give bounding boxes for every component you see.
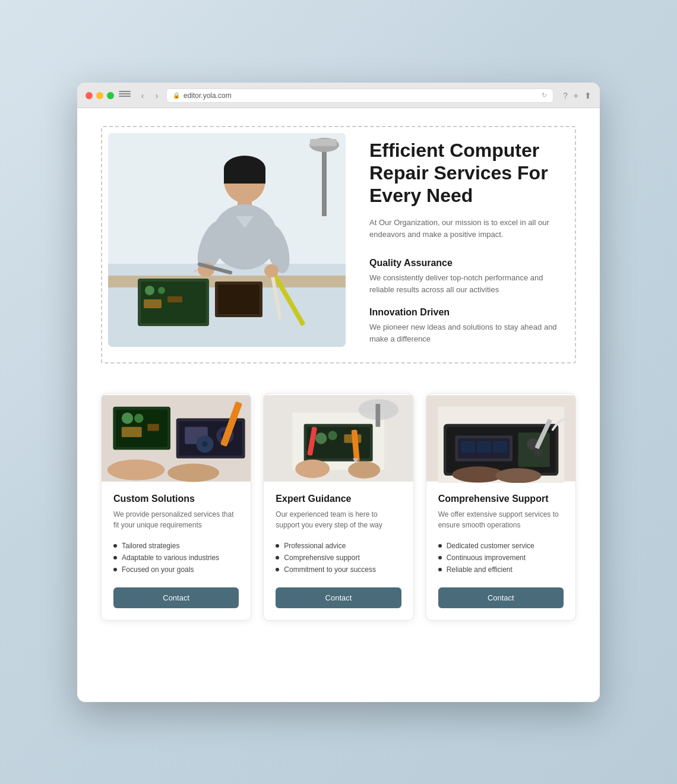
- list-item: Dedicated customer service: [438, 540, 564, 552]
- close-button[interactable]: [86, 92, 93, 99]
- card-comprehensive-support: Comprehensive Support We offer extensive…: [426, 393, 576, 621]
- card-3-image: [426, 394, 575, 483]
- svg-rect-69: [477, 441, 491, 453]
- card-2-body: Expert Guidance Our experienced team is …: [264, 483, 413, 620]
- info-icon[interactable]: ?: [563, 91, 568, 100]
- browser-actions: ? + ⬆: [563, 91, 591, 100]
- list-item: Tailored strategies: [113, 540, 239, 552]
- hero-title: Efficient Computer Repair Services For E…: [369, 139, 569, 207]
- svg-point-7: [158, 287, 165, 294]
- bullet-icon: [438, 556, 442, 559]
- bullet-icon: [113, 544, 117, 548]
- svg-rect-8: [144, 299, 162, 308]
- minimize-button[interactable]: [96, 92, 103, 99]
- feature-quality: Quality Assurance We consistently delive…: [369, 258, 569, 295]
- card-1-contact-button[interactable]: Contact: [113, 587, 239, 608]
- svg-rect-51: [376, 404, 381, 427]
- list-item: Continuous improvement: [438, 552, 564, 564]
- svg-point-43: [202, 441, 208, 447]
- svg-rect-16: [224, 169, 265, 184]
- address-bar[interactable]: 🔒 editor.yola.com ↻: [166, 88, 553, 103]
- browser-content: Efficient Computer Repair Services For E…: [77, 108, 600, 702]
- svg-point-45: [167, 464, 219, 482]
- page-wrapper: Efficient Computer Repair Services For E…: [77, 108, 600, 651]
- browser-window: ‹ › 🔒 editor.yola.com ↻ ? + ⬆: [77, 83, 600, 702]
- svg-point-58: [348, 461, 380, 479]
- svg-point-44: [107, 460, 165, 480]
- svg-point-75: [495, 469, 541, 483]
- svg-rect-68: [461, 441, 475, 453]
- hero-section: Efficient Computer Repair Services For E…: [101, 126, 576, 364]
- back-button[interactable]: ‹: [138, 91, 147, 100]
- card-1-image: [102, 394, 251, 483]
- share-icon[interactable]: ⬆: [584, 91, 591, 100]
- list-item: Reliable and efficient: [438, 564, 564, 576]
- hero-subtitle: At Our Organization, our mission is to e…: [369, 217, 569, 242]
- svg-rect-71: [518, 433, 549, 467]
- svg-point-22: [264, 264, 279, 277]
- svg-rect-36: [147, 424, 159, 431]
- svg-point-33: [122, 413, 133, 424]
- card-1-body: Custom Solutions We provide personalized…: [102, 483, 251, 620]
- svg-point-57: [295, 460, 330, 478]
- feature-quality-desc: We consistently deliver top-notch perfor…: [369, 272, 569, 295]
- card-3-contact-button[interactable]: Contact: [438, 587, 564, 608]
- reload-icon[interactable]: ↻: [542, 91, 547, 99]
- list-item: Professional advice: [276, 540, 401, 552]
- bullet-icon: [276, 544, 279, 548]
- card-3-title: Comprehensive Support: [438, 494, 564, 504]
- forward-button[interactable]: ›: [152, 91, 162, 100]
- svg-rect-70: [493, 441, 507, 453]
- hero-image: [108, 133, 346, 347]
- feature-innovation-desc: We pioneer new ideas and solutions to st…: [369, 321, 569, 344]
- feature-innovation: Innovation Driven We pioneer new ideas a…: [369, 307, 569, 344]
- svg-rect-26: [322, 145, 327, 216]
- feature-quality-title: Quality Assurance: [369, 258, 569, 268]
- hero-text: Efficient Computer Repair Services For E…: [369, 133, 569, 357]
- svg-rect-28: [310, 139, 337, 146]
- svg-rect-35: [122, 427, 142, 437]
- card-2-title: Expert Guidance: [276, 494, 401, 504]
- bullet-icon: [113, 556, 117, 559]
- svg-rect-11: [218, 284, 260, 314]
- svg-point-6: [145, 286, 154, 295]
- card-custom-solutions: Custom Solutions We provide personalized…: [101, 393, 251, 621]
- bullet-icon: [438, 568, 442, 571]
- traffic-lights: [86, 92, 114, 99]
- bullet-icon: [113, 568, 117, 571]
- sidebar-toggle-icon[interactable]: [119, 91, 131, 100]
- list-item: Comprehensive support: [276, 552, 401, 564]
- card-2-image: [264, 394, 413, 483]
- bullet-icon: [276, 568, 279, 571]
- bullet-icon: [438, 544, 442, 548]
- svg-point-54: [315, 433, 327, 444]
- card-3-desc: We offer extensive support services to e…: [438, 509, 564, 530]
- maximize-button[interactable]: [107, 92, 114, 99]
- card-1-desc: We provide personalized services that fi…: [113, 509, 239, 530]
- feature-innovation-title: Innovation Driven: [369, 307, 569, 318]
- svg-point-55: [328, 431, 337, 440]
- card-2-list: Professional advice Comprehensive suppor…: [276, 540, 401, 576]
- list-item: Commitment to your success: [276, 564, 401, 576]
- list-item: Adaptable to various industries: [113, 552, 239, 564]
- add-tab-icon[interactable]: +: [574, 91, 578, 100]
- svg-rect-9: [167, 296, 182, 302]
- card-3-body: Comprehensive Support We offer extensive…: [426, 483, 575, 620]
- svg-point-73: [534, 449, 542, 457]
- card-3-list: Dedicated customer service Continuous im…: [438, 540, 564, 576]
- lock-icon: 🔒: [173, 92, 180, 99]
- card-1-list: Tailored strategies Adaptable to various…: [113, 540, 239, 576]
- card-2-desc: Our experienced team is here to support …: [276, 509, 401, 530]
- browser-chrome: ‹ › 🔒 editor.yola.com ↻ ? + ⬆: [77, 83, 600, 108]
- cards-section: Custom Solutions We provide personalized…: [101, 393, 576, 621]
- svg-point-34: [134, 414, 143, 423]
- list-item: Focused on your goals: [113, 564, 239, 576]
- bullet-icon: [276, 556, 279, 559]
- url-text: editor.yola.com: [184, 91, 232, 100]
- card-2-contact-button[interactable]: Contact: [276, 587, 401, 608]
- card-1-title: Custom Solutions: [113, 494, 239, 504]
- card-expert-guidance: Expert Guidance Our experienced team is …: [263, 393, 413, 621]
